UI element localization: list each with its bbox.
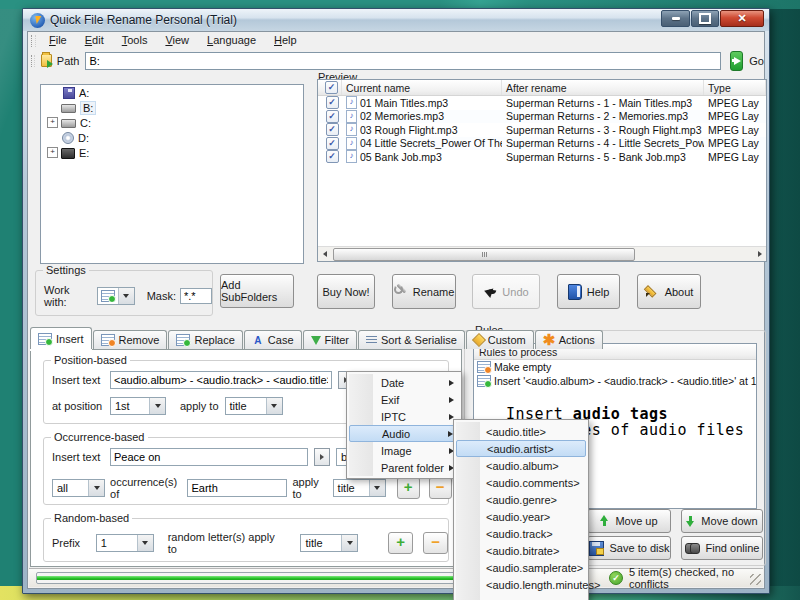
- submenu-item-audio-album[interactable]: <audio.album>: [456, 457, 586, 474]
- random-count-combobox[interactable]: 1: [96, 534, 154, 552]
- tab-filter[interactable]: Filter: [303, 330, 357, 349]
- mask-input[interactable]: [180, 288, 212, 304]
- resize-grip[interactable]: [750, 574, 761, 585]
- occurrence-count-combobox[interactable]: all: [52, 479, 105, 497]
- occurrence-apply-to-combobox[interactable]: title: [333, 479, 386, 497]
- occurrence-insert-text-input[interactable]: [110, 448, 308, 466]
- remove-rule-button[interactable]: −: [429, 477, 452, 499]
- row-checkbox[interactable]: ✓: [326, 96, 339, 109]
- column-after-rename[interactable]: After rename: [502, 80, 704, 95]
- tab-case[interactable]: ACase: [244, 330, 302, 349]
- menu-help[interactable]: Help: [265, 33, 306, 48]
- tab-sort-serialise[interactable]: Sort & Serialise: [358, 330, 465, 349]
- menu-item-image[interactable]: Image: [349, 442, 459, 459]
- help-button[interactable]: Help: [557, 274, 620, 309]
- scroll-left-icon[interactable]: [318, 248, 331, 260]
- rule-item[interactable]: Insert '<audio.album> - <audio.track> - …: [474, 374, 756, 388]
- close-button[interactable]: ✕: [720, 10, 764, 27]
- tag-picker-button[interactable]: [314, 448, 330, 466]
- submenu-item-audio-artist[interactable]: <audio.artist>: [456, 440, 586, 457]
- tab-actions[interactable]: ✱Actions: [535, 330, 603, 349]
- maximize-button[interactable]: [691, 10, 719, 27]
- menu-view[interactable]: View: [156, 33, 198, 48]
- tab-insert[interactable]: Insert: [30, 327, 92, 349]
- menu-edit[interactable]: Edit: [76, 33, 113, 48]
- tab-remove[interactable]: Remove: [93, 330, 168, 349]
- expand-icon[interactable]: +: [47, 117, 58, 128]
- tree-item-a[interactable]: A:: [41, 85, 303, 100]
- work-with-combobox[interactable]: [97, 287, 135, 305]
- submenu-item-audio-genre[interactable]: <audio.genre>: [456, 491, 586, 508]
- dropdown-icon[interactable]: [88, 480, 104, 496]
- submenu-item-audio-samplerate[interactable]: <audio.samplerate>: [456, 559, 586, 576]
- find-online-button[interactable]: Find online: [681, 536, 763, 560]
- submenu-item-audio-length-minutes[interactable]: <audio.length.minutes>: [456, 576, 586, 593]
- menu-file[interactable]: File: [40, 33, 76, 48]
- menu-item-exif[interactable]: Exif: [349, 391, 459, 408]
- select-all-checkbox[interactable]: ✓: [325, 81, 338, 94]
- menu-tools[interactable]: Tools: [113, 33, 157, 48]
- row-checkbox[interactable]: ✓: [326, 137, 339, 150]
- dropdown-icon[interactable]: [266, 398, 282, 414]
- rename-button[interactable]: Rename: [392, 274, 456, 309]
- submenu-item-audio-year[interactable]: <audio.year>: [456, 508, 586, 525]
- about-button[interactable]: About: [637, 274, 701, 309]
- add-rule-button[interactable]: +: [388, 532, 413, 554]
- dropdown-icon[interactable]: [369, 480, 385, 496]
- position-apply-to-combobox[interactable]: title: [225, 397, 283, 415]
- menu-item-audio[interactable]: Audio: [349, 425, 459, 442]
- table-row[interactable]: ✓ ♪03 Rough Flight.mp3 Superman Returns …: [318, 123, 766, 137]
- floppy-drive-icon: [63, 87, 75, 99]
- table-row[interactable]: ✓ ♪01 Main Titles.mp3 Superman Returns -…: [318, 96, 766, 110]
- scroll-right-icon[interactable]: [753, 248, 766, 260]
- minimize-button[interactable]: [661, 10, 690, 27]
- tab-replace[interactable]: Replace: [168, 330, 242, 349]
- rule-item[interactable]: Make empty: [474, 360, 756, 374]
- path-input[interactable]: [85, 52, 721, 70]
- dropdown-icon[interactable]: [341, 535, 357, 551]
- column-type[interactable]: Type: [704, 80, 766, 95]
- tab-custom[interactable]: Custom: [466, 330, 534, 349]
- dropdown-icon[interactable]: [118, 288, 134, 304]
- at-position-combobox[interactable]: 1st: [110, 397, 166, 415]
- remove-rule-button[interactable]: −: [423, 532, 448, 554]
- row-checkbox[interactable]: ✓: [326, 110, 339, 123]
- horizontal-scrollbar[interactable]: [318, 246, 766, 261]
- dropdown-icon[interactable]: [149, 398, 165, 414]
- dropdown-icon[interactable]: [137, 535, 153, 551]
- table-row[interactable]: ✓ ♪04 Little Secrets_Power Of The Sun...…: [318, 137, 766, 151]
- add-rule-button[interactable]: +: [397, 477, 420, 499]
- title-bar[interactable]: Quick File Rename Personal (Trial) ✕: [23, 9, 769, 31]
- expand-icon[interactable]: +: [47, 147, 58, 158]
- row-checkbox[interactable]: ✓: [326, 150, 339, 163]
- menu-item-iptc[interactable]: IPTC: [349, 408, 459, 425]
- occurrence-of-input[interactable]: [187, 479, 287, 497]
- go-button[interactable]: [730, 51, 743, 71]
- menu-language[interactable]: Language: [198, 33, 265, 48]
- save-to-disk-button[interactable]: Save to disk: [587, 536, 671, 560]
- move-down-button[interactable]: Move down: [681, 509, 763, 533]
- insert-text-label: Insert text: [52, 374, 104, 386]
- buy-now-button[interactable]: Buy Now!: [317, 274, 375, 309]
- undo-button[interactable]: Undo: [472, 274, 540, 309]
- random-apply-to-combobox[interactable]: title: [300, 534, 358, 552]
- add-subfolders-button[interactable]: Add SubFolders: [220, 274, 294, 308]
- table-row[interactable]: ✓ ♪05 Bank Job.mp3 Superman Returns - 5 …: [318, 150, 766, 164]
- table-row[interactable]: ✓ ♪02 Memories.mp3 Superman Returns - 2 …: [318, 110, 766, 124]
- submenu-item-audio-track[interactable]: <audio.track>: [456, 525, 586, 542]
- position-insert-text-input[interactable]: [110, 371, 332, 389]
- tree-item-b[interactable]: B:: [41, 100, 303, 115]
- move-up-button[interactable]: Move up: [587, 509, 671, 533]
- row-checkbox[interactable]: ✓: [326, 123, 339, 136]
- menu-item-parent-folder[interactable]: Parent folder: [349, 459, 459, 476]
- tree-item-d[interactable]: D:: [41, 130, 303, 145]
- menu-item-date[interactable]: Date: [349, 374, 459, 391]
- submenu-item-audio-title[interactable]: <audio.title>: [456, 423, 586, 440]
- column-current-name[interactable]: Current name: [342, 80, 502, 95]
- submenu-item-audio-bitrate[interactable]: <audio.bitrate>: [456, 542, 586, 559]
- scrollbar-thumb[interactable]: [333, 248, 635, 261]
- hard-drive-icon: [61, 119, 76, 128]
- submenu-item-audio-comments[interactable]: <audio.comments>: [456, 474, 586, 491]
- tree-item-e[interactable]: + E:: [41, 145, 303, 160]
- tree-item-c[interactable]: + C:: [41, 115, 303, 130]
